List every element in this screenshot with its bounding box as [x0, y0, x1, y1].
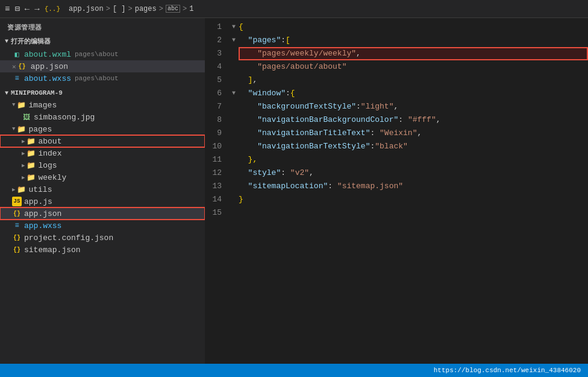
- json-icon2: {}: [17, 62, 27, 71]
- code-text: "navigationBarTextStyle":"black": [239, 140, 588, 153]
- fold-arrow[interactable]: ▼: [229, 34, 239, 47]
- editor-toolbar: ≡ ⊟ ← → {..}: [5, 4, 60, 14]
- folder-utils[interactable]: ▶ 📁 utils: [0, 183, 205, 195]
- file-app-wxss[interactable]: ≡ app.wxss: [0, 220, 205, 232]
- open-file-about-wxss[interactable]: ≡ about.wxss pages\about: [0, 72, 205, 84]
- open-editors-label: 打开的编辑器: [11, 37, 51, 46]
- code-text: "style": "v2",: [239, 166, 588, 180]
- fold-arrow: ·: [229, 47, 239, 60]
- breadcrumb-sep2: >: [128, 5, 132, 13]
- folder-weekly[interactable]: ▶ 📁 weekly: [0, 171, 205, 183]
- file-simbasong[interactable]: 🖼 simbasong.jpg: [0, 111, 205, 123]
- breadcrumb-array: [ ]: [113, 5, 126, 13]
- folder-label: index: [38, 149, 61, 158]
- file-name: about.wxss: [24, 74, 71, 83]
- code-line-4: 4 · "pages/about/about": [205, 60, 588, 74]
- forward-icon[interactable]: →: [34, 4, 39, 14]
- folder-arrow5: ▶: [22, 162, 25, 169]
- open-file-app-json[interactable]: ✕ {} app.json: [0, 60, 205, 72]
- modified-indicator: ✕: [12, 63, 16, 71]
- folder-arrow6: ▶: [22, 174, 25, 181]
- code-line-13: 13 · "sitemapLocation": "sitemap.json": [205, 180, 588, 193]
- fold-arrow: ·: [229, 166, 239, 180]
- code-line-2: 2 ▼ "pages":[: [205, 34, 588, 47]
- fold-arrow: ·: [229, 74, 239, 87]
- fold-arrow: ·: [229, 180, 239, 193]
- line-number: 1: [205, 21, 229, 34]
- file-name: app.js: [24, 197, 52, 206]
- file-sitemap[interactable]: {} sitemap.json: [0, 244, 205, 256]
- file-path: pages\about: [75, 51, 119, 58]
- project-section[interactable]: ▼ MINIPROGRAM-9: [0, 87, 205, 99]
- folder-icon: 📁: [16, 100, 26, 110]
- folder-icon6: 📁: [26, 173, 36, 182]
- folder-label: logs: [38, 161, 57, 170]
- file-name: about.wxml: [24, 50, 71, 59]
- list-icon[interactable]: ⊟: [14, 4, 19, 14]
- code-line-5: 5 · ],: [205, 74, 588, 87]
- breadcrumb-pages: pages: [135, 5, 157, 13]
- line-number: 3: [205, 47, 229, 60]
- breadcrumb-sep1: >: [106, 5, 110, 13]
- file-project-config[interactable]: {} project.config.json: [0, 232, 205, 244]
- folder-label: about: [38, 137, 61, 146]
- code-line-10: 10 · "navigationBarTextStyle":"black": [205, 140, 588, 153]
- file-app-js[interactable]: JS app.js: [0, 195, 205, 208]
- code-text: "window":{: [239, 87, 588, 100]
- folder-label: weekly: [38, 173, 66, 182]
- code-text: "navigationBarTitleText": "Weixin",: [239, 127, 588, 140]
- line-number: 9: [205, 127, 229, 140]
- fold-arrow: ·: [229, 100, 239, 113]
- project-arrow: ▼: [5, 90, 8, 97]
- back-icon[interactable]: ←: [25, 4, 30, 14]
- line-number: 12: [205, 166, 229, 180]
- folder-index[interactable]: ▶ 📁 index: [0, 147, 205, 159]
- breadcrumb-file: app.json: [69, 5, 104, 13]
- fold-arrow: ·: [229, 153, 239, 166]
- folder-pages[interactable]: ▼ 📁 pages: [0, 123, 205, 135]
- code-text: "pages/about/about": [239, 60, 588, 74]
- wxss-icon: ≡: [12, 74, 22, 83]
- code-text: "pages/weekly/weekly",: [239, 47, 588, 60]
- code-text: [239, 206, 588, 220]
- code-text: }: [239, 193, 588, 206]
- code-editor: 1 ▼ { 2 ▼ "pages":[ 3 · "pages: [205, 18, 588, 364]
- breadcrumb-num: 1: [189, 5, 193, 13]
- line-number: 7: [205, 100, 229, 113]
- fold-arrow: ·: [229, 60, 239, 74]
- folder-label: pages: [28, 125, 52, 134]
- menu-icon[interactable]: ≡: [5, 4, 10, 14]
- file-name: sitemap.json: [24, 246, 81, 255]
- folder-images[interactable]: ▼ 📁 images: [0, 99, 205, 111]
- code-content[interactable]: 1 ▼ { 2 ▼ "pages":[ 3 · "pages: [205, 18, 588, 364]
- json-icon4: {}: [12, 233, 22, 242]
- folder-icon5: 📁: [26, 160, 36, 170]
- fold-arrow: ·: [229, 127, 239, 140]
- wxml-icon: ◧: [12, 49, 22, 59]
- folder-icon4: 📁: [26, 148, 36, 158]
- img-icon: 🖼: [22, 112, 31, 122]
- folder-about[interactable]: ▶ 📁 about: [0, 135, 205, 147]
- file-app-json-tree[interactable]: {} app.json: [0, 208, 205, 220]
- code-line-9: 9 · "navigationBarTitleText": "Weixin",: [205, 127, 588, 140]
- line-number: 11: [205, 153, 229, 166]
- wxss-icon2: ≡: [12, 221, 22, 230]
- sidebar: 资源管理器 ▼ 打开的编辑器 ◧ about.wxml pages\about …: [0, 18, 205, 364]
- breadcrumb-sep4: >: [183, 5, 187, 13]
- js-icon: JS: [12, 197, 22, 206]
- breadcrumb: app.json > [ ] > pages > abc > 1: [69, 5, 193, 13]
- open-editors-section[interactable]: ▼ 打开的编辑器: [0, 34, 205, 48]
- folder-logs[interactable]: ▶ 📁 logs: [0, 159, 205, 171]
- fold-arrow[interactable]: ▼: [229, 87, 239, 100]
- folder-arrow2: ▼: [12, 126, 15, 132]
- code-line-6: 6 ▼ "window":{: [205, 87, 588, 100]
- open-file-about-wxml[interactable]: ◧ about.wxml pages\about: [0, 48, 205, 60]
- code-text: "pages":[: [239, 34, 588, 47]
- line-number: 13: [205, 180, 229, 193]
- folder-arrow3: ▶: [22, 138, 25, 145]
- fold-arrow[interactable]: ▼: [229, 21, 239, 34]
- file-name: simbasong.jpg: [34, 113, 95, 122]
- open-editors-arrow: ▼: [5, 38, 8, 45]
- folder-arrow: ▼: [12, 102, 15, 108]
- bottom-bar: https://blog.csdn.net/weixin_43846020: [0, 364, 588, 377]
